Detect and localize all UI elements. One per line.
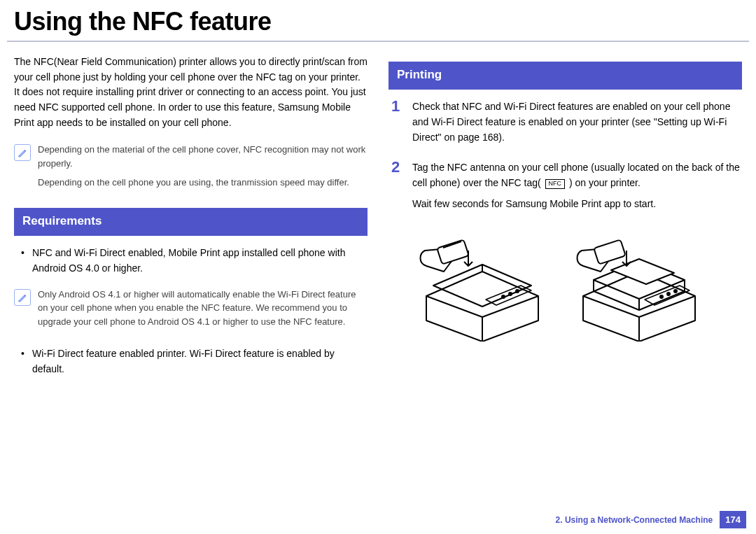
- illustration-nfc-tag-flatbed: [412, 230, 552, 342]
- note-text: Depending on the material of the cell ph…: [38, 143, 368, 170]
- requirement-item: Wi-Fi Direct feature enabled printer. Wi…: [14, 346, 368, 377]
- note-text: Depending on the cell phone you are usin…: [38, 176, 368, 190]
- section-header-printing: Printing: [388, 62, 742, 90]
- section-header-requirements: Requirements: [14, 208, 368, 236]
- requirement-item: NFC and Wi-Fi Direct enabled, Mobile Pri…: [14, 246, 368, 276]
- note-recognition: Depending on the material of the cell ph…: [14, 143, 368, 195]
- intro-paragraph: The NFC(Near Field Communication) printe…: [14, 55, 368, 130]
- step-text: Tag the NFC antenna on your cell phone (…: [412, 160, 742, 190]
- step-2: 2 Tag the NFC antenna on your cell phone…: [388, 160, 742, 217]
- step-number: 2: [388, 160, 402, 175]
- illustration-nfc-tag-adf: [569, 230, 709, 342]
- left-column: The NFC(Near Field Communication) printe…: [14, 55, 368, 388]
- svg-point-6: [667, 293, 670, 295]
- footer-chapter: 2. Using a Network-Connected Machine: [556, 515, 713, 525]
- note-text: Only Android OS 4.1 or higher will autom…: [38, 288, 368, 329]
- svg-point-0: [516, 290, 519, 293]
- svg-point-5: [674, 290, 677, 293]
- step-text: Wait few seconds for Samsung Mobile Prin…: [412, 197, 742, 212]
- step-number: 1: [388, 99, 402, 114]
- note-android: Only Android OS 4.1 or higher will autom…: [14, 288, 368, 335]
- footer-page-number: 174: [720, 511, 746, 528]
- svg-rect-8: [594, 240, 625, 265]
- svg-point-7: [660, 295, 663, 298]
- page-title: Using the NFC feature: [0, 0, 756, 41]
- step-1: 1 Check that NFC and Wi-Fi Direct featur…: [388, 99, 742, 150]
- svg-rect-3: [437, 240, 468, 265]
- illustration-row: [388, 230, 742, 342]
- note-icon: [14, 144, 31, 161]
- page-footer: 2. Using a Network-Connected Machine 174: [556, 511, 746, 528]
- right-column: Printing 1 Check that NFC and Wi-Fi Dire…: [388, 55, 742, 388]
- note-icon: [14, 289, 31, 306]
- nfc-tag-icon: NFC: [545, 179, 566, 189]
- title-rule: [7, 41, 749, 42]
- svg-point-2: [502, 295, 505, 298]
- step-text: Check that NFC and Wi-Fi Direct features…: [412, 99, 742, 145]
- svg-point-1: [509, 293, 512, 295]
